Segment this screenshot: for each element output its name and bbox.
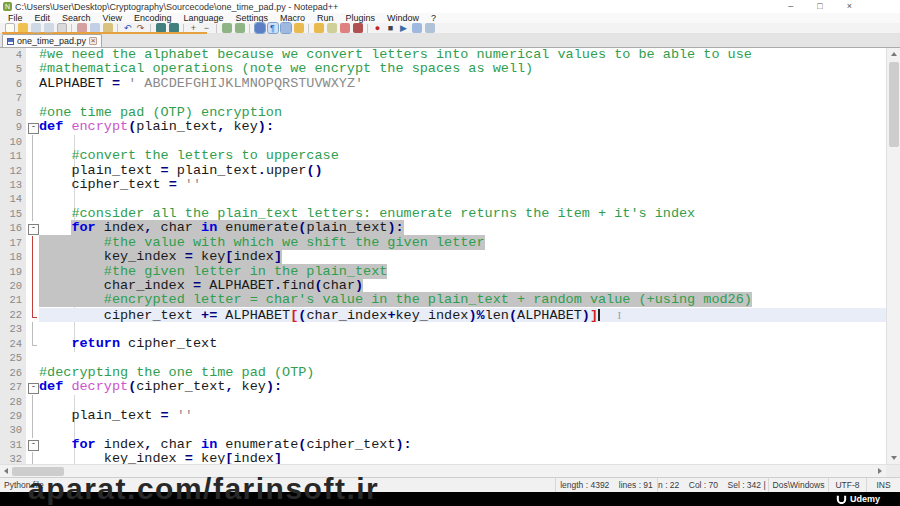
- menu-item-macro[interactable]: Macro: [274, 13, 311, 23]
- macro-save-icon[interactable]: [425, 23, 435, 33]
- code-line[interactable]: 23: [0, 322, 886, 336]
- code-line[interactable]: 22 cipher_text += ALPHABET[(char_index+k…: [0, 308, 886, 322]
- code-line[interactable]: 15 #consider all the plain_text letters:…: [0, 207, 886, 221]
- line-number[interactable]: 29: [0, 409, 26, 423]
- sync-horizontal-scroll-icon[interactable]: [235, 23, 245, 33]
- code-line[interactable]: 21 #encrypted letter = char's value in t…: [0, 293, 886, 307]
- document-list-icon[interactable]: [340, 23, 350, 33]
- line-number[interactable]: 21: [0, 293, 26, 307]
- code-line[interactable]: 31 for index, char in enumerate(cipher_t…: [0, 438, 886, 452]
- menu-item-settings[interactable]: Settings: [230, 13, 275, 23]
- line-number[interactable]: 19: [0, 265, 26, 279]
- show-all-characters-icon[interactable]: ¶: [268, 23, 278, 33]
- line-number[interactable]: 4: [0, 48, 26, 62]
- line-number[interactable]: 17: [0, 236, 26, 250]
- line-number[interactable]: 28: [0, 395, 26, 409]
- function-list-icon[interactable]: [314, 23, 324, 33]
- line-number[interactable]: 9: [0, 120, 26, 134]
- save-all-icon[interactable]: [44, 23, 54, 33]
- menu-item-search[interactable]: Search: [56, 13, 97, 23]
- line-number[interactable]: 11: [0, 149, 26, 163]
- line-number[interactable]: 15: [0, 207, 26, 221]
- menu-item-help[interactable]: ?: [425, 13, 442, 23]
- menu-item-file[interactable]: File: [2, 13, 29, 23]
- code-line[interactable]: 5#mathematical operations (note we encry…: [0, 62, 886, 76]
- menu-item-edit[interactable]: Edit: [29, 13, 57, 23]
- code-area[interactable]: 4#we need the alphabet because we conver…: [0, 48, 886, 464]
- status-encoding[interactable]: UTF-8: [828, 478, 866, 492]
- line-number[interactable]: 31: [0, 438, 26, 452]
- code-line[interactable]: 11 #convert the letters to uppercase: [0, 149, 886, 163]
- macro-stop-icon[interactable]: ■: [386, 23, 396, 33]
- status-typing-mode[interactable]: INS: [866, 478, 900, 492]
- code-line[interactable]: 12 plain_text = plain_text.upper(): [0, 164, 886, 178]
- macro-run-multiple-icon[interactable]: [412, 23, 422, 33]
- menu-item-encoding[interactable]: Encoding: [128, 13, 178, 23]
- menu-item-language[interactable]: Language: [177, 13, 229, 23]
- close-button[interactable]: ×: [847, 0, 852, 13]
- monitoring-icon[interactable]: [353, 23, 363, 33]
- line-number[interactable]: 25: [0, 351, 26, 365]
- code-line[interactable]: 32 key_index = key[index]: [0, 452, 886, 464]
- code-line[interactable]: 9def encrypt(plain_text, key):: [0, 120, 886, 134]
- line-number[interactable]: 18: [0, 250, 26, 264]
- line-number[interactable]: 8: [0, 106, 26, 120]
- code-line[interactable]: 17 #the value with which we shift the gi…: [0, 236, 886, 250]
- sync-vertical-scroll-icon[interactable]: [222, 23, 232, 33]
- tab-close-icon[interactable]: ×: [89, 37, 97, 45]
- line-number[interactable]: 20: [0, 279, 26, 293]
- code-line[interactable]: 20 char_index = ALPHABET.find(char): [0, 279, 886, 293]
- menu-item-run[interactable]: Run: [311, 13, 340, 23]
- code-editor[interactable]: 4#we need the alphabet because we conver…: [0, 48, 900, 464]
- code-line[interactable]: 27def decrypt(cipher_text, key):: [0, 380, 886, 394]
- menu-item-plugins[interactable]: Plugins: [340, 13, 382, 23]
- scroll-left-arrow-icon[interactable]: [0, 465, 12, 477]
- fold-toggle-icon[interactable]: [26, 380, 39, 394]
- code-line[interactable]: 13 cipher_text = '': [0, 178, 886, 192]
- line-number[interactable]: 14: [0, 192, 26, 206]
- code-line[interactable]: 10: [0, 135, 886, 149]
- indent-guide-icon[interactable]: [281, 23, 291, 33]
- vertical-scrollbar[interactable]: [886, 48, 900, 464]
- code-line[interactable]: 28: [0, 395, 886, 409]
- word-wrap-icon[interactable]: [255, 23, 265, 33]
- line-number[interactable]: 10: [0, 135, 26, 149]
- code-line[interactable]: 16 for index, char in enumerate(plain_te…: [0, 221, 886, 235]
- code-line[interactable]: 30: [0, 423, 886, 437]
- code-line[interactable]: 19 #the given letter in the plain_text: [0, 265, 886, 279]
- save-icon[interactable]: [31, 23, 41, 33]
- fold-toggle-icon[interactable]: [26, 438, 39, 452]
- tab-one-time-pad[interactable]: one_time_pad.py ×: [2, 34, 102, 47]
- line-number[interactable]: 32: [0, 452, 26, 464]
- menu-item-view[interactable]: View: [97, 13, 128, 23]
- code-line[interactable]: 18 key_index = key[index]: [0, 250, 886, 264]
- code-line[interactable]: 26#decrypting the one time pad (OTP): [0, 366, 886, 380]
- line-number[interactable]: 24: [0, 337, 26, 351]
- code-line[interactable]: 4#we need the alphabet because we conver…: [0, 48, 886, 62]
- scroll-up-arrow-icon[interactable]: [887, 48, 900, 60]
- status-eol-format[interactable]: Dos\Windows: [768, 478, 828, 492]
- line-number[interactable]: 23: [0, 322, 26, 336]
- code-line[interactable]: 6ALPHABET = ' ABCDEFGHIJKLMNOPQRSTUVWXYZ…: [0, 77, 886, 91]
- scroll-right-arrow-icon[interactable]: [874, 465, 886, 477]
- document-map-icon[interactable]: [327, 23, 337, 33]
- line-number[interactable]: 26: [0, 366, 26, 380]
- minimize-button[interactable]: –: [788, 0, 793, 13]
- maximize-button[interactable]: □: [817, 0, 822, 13]
- code-line[interactable]: 29 plain_text = '': [0, 409, 886, 423]
- code-line[interactable]: 25: [0, 351, 886, 365]
- line-number[interactable]: 12: [0, 164, 26, 178]
- code-line[interactable]: 8#one time pad (OTP) encryption: [0, 106, 886, 120]
- line-number[interactable]: 16: [0, 221, 26, 235]
- line-number[interactable]: 6: [0, 77, 26, 91]
- line-number[interactable]: 22: [0, 308, 26, 322]
- fold-toggle-icon[interactable]: [26, 221, 39, 235]
- fold-toggle-icon[interactable]: [26, 120, 39, 134]
- code-line[interactable]: 14: [0, 192, 886, 206]
- line-number[interactable]: 7: [0, 91, 26, 105]
- line-number[interactable]: 27: [0, 380, 26, 394]
- line-number[interactable]: 13: [0, 178, 26, 192]
- line-number[interactable]: 30: [0, 423, 26, 437]
- menu-item-window[interactable]: Window: [381, 13, 425, 23]
- code-line[interactable]: 24 return cipher_text: [0, 337, 886, 351]
